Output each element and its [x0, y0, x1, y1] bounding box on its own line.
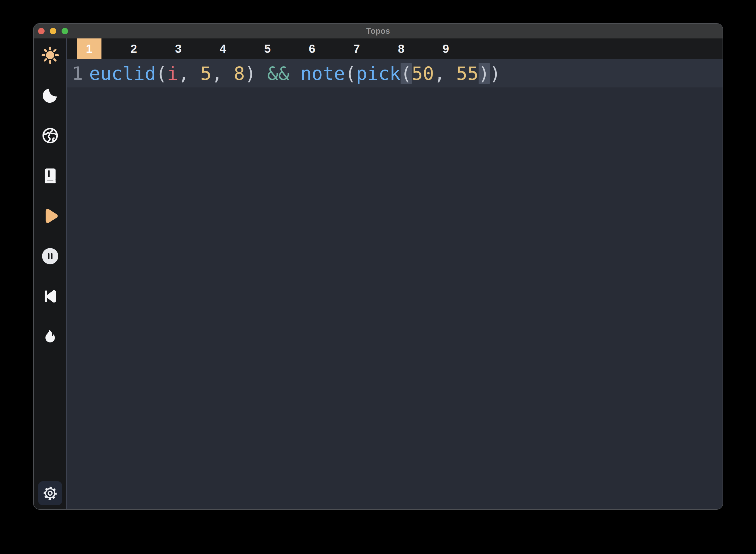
- sun-icon: [41, 46, 60, 64]
- zoom-button[interactable]: [62, 28, 68, 34]
- code-token: ,: [434, 63, 456, 84]
- code-token: ,: [178, 63, 200, 84]
- matched-bracket: (: [400, 63, 412, 84]
- content-row: 1 2 3 4 5 6 7: [34, 39, 722, 509]
- tab-6[interactable]: 6: [290, 39, 334, 59]
- code-token: [290, 63, 301, 84]
- tab-4[interactable]: 4: [201, 39, 245, 59]
- main-area: 1 2 3 4 5 6 7: [67, 39, 722, 509]
- pause-icon: [41, 247, 60, 266]
- tab-5[interactable]: 5: [245, 39, 290, 59]
- flame-icon: [41, 327, 59, 346]
- line-number: 1: [67, 63, 83, 84]
- sidebar-item-globe[interactable]: [41, 126, 60, 145]
- skip-back-icon: [41, 287, 59, 306]
- matched-bracket: ): [479, 63, 490, 84]
- globe-icon: [41, 126, 60, 145]
- tab-label: 4: [210, 39, 235, 59]
- tab-label: 7: [344, 39, 369, 59]
- code-token: pick: [356, 63, 400, 84]
- tab-label: 1: [77, 39, 102, 59]
- sidebar-item-light-theme[interactable]: [41, 46, 60, 64]
- sidebar-item-flame[interactable]: [41, 327, 60, 346]
- tab-label: 3: [166, 39, 191, 59]
- tab-label: 5: [255, 39, 280, 59]
- code-token: note: [301, 63, 345, 84]
- play-icon: [41, 207, 60, 225]
- code-editor[interactable]: 1euclid(i, 5, 8) && note(pick(50, 55)): [67, 59, 722, 509]
- sidebar-item-play[interactable]: [41, 207, 60, 225]
- tab-label: 6: [300, 39, 324, 59]
- code-token: i: [167, 63, 178, 84]
- sidebar-item-documentation[interactable]: [41, 166, 60, 185]
- tab-1[interactable]: 1: [67, 39, 112, 59]
- code-token: ): [245, 63, 267, 84]
- tab-9[interactable]: 9: [424, 39, 468, 59]
- code-token: euclid: [89, 63, 156, 84]
- book-icon: [41, 167, 59, 185]
- tab-label: 2: [121, 39, 146, 59]
- sidebar-item-settings[interactable]: [38, 481, 62, 505]
- code-token: 5: [200, 63, 211, 84]
- sidebar-item-pause[interactable]: [41, 247, 60, 266]
- tab-8[interactable]: 8: [379, 39, 424, 59]
- tab-7[interactable]: 7: [334, 39, 379, 59]
- app-window: Topos: [33, 23, 723, 510]
- sidebar: [34, 39, 66, 509]
- code-token: (: [156, 63, 167, 84]
- code-token: ,: [211, 63, 234, 84]
- window-title: Topos: [366, 27, 390, 36]
- code-token: 8: [234, 63, 245, 84]
- tab-label: 8: [389, 39, 414, 59]
- tab-2[interactable]: 2: [112, 39, 156, 59]
- tab-label: 9: [433, 39, 458, 59]
- tab-bar: 1 2 3 4 5 6 7: [67, 39, 722, 59]
- code-token: 55: [456, 63, 479, 84]
- active-code-line[interactable]: 1euclid(i, 5, 8) && note(pick(50, 55)): [67, 59, 722, 88]
- code-token: 50: [412, 63, 434, 84]
- sidebar-item-skip-back[interactable]: [41, 287, 60, 306]
- gear-icon: [43, 486, 58, 501]
- moon-icon: [41, 86, 59, 105]
- minimize-button[interactable]: [50, 28, 56, 34]
- traffic-lights: [38, 24, 68, 39]
- close-button[interactable]: [38, 28, 45, 34]
- tab-3[interactable]: 3: [156, 39, 201, 59]
- code-token: (: [345, 63, 356, 84]
- code-token: &&: [267, 63, 290, 84]
- code-token: ): [490, 63, 501, 84]
- sidebar-item-dark-theme[interactable]: [41, 86, 60, 105]
- titlebar[interactable]: Topos: [34, 24, 722, 39]
